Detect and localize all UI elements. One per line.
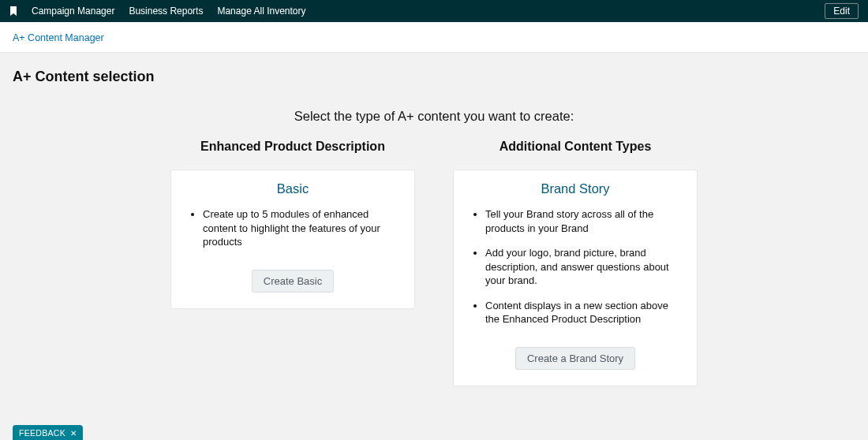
card-bullets-brand-story: Tell your Brand story across all of the … <box>466 207 684 326</box>
breadcrumb-content-manager[interactable]: A+ Content Manager <box>13 32 104 43</box>
topbar: Campaign Manager Business Reports Manage… <box>0 0 868 22</box>
create-brand-story-button[interactable]: Create a Brand Story <box>515 347 635 370</box>
list-item: Tell your Brand story across all of the … <box>485 207 684 235</box>
nav-campaign-manager[interactable]: Campaign Manager <box>32 6 114 17</box>
close-icon[interactable]: ✕ <box>70 429 77 438</box>
edit-button[interactable]: Edit <box>825 3 859 19</box>
content-type-columns: Enhanced Product Description Basic Creat… <box>0 140 868 386</box>
nav-business-reports[interactable]: Business Reports <box>129 6 203 17</box>
topbar-left: Campaign Manager Business Reports Manage… <box>9 6 306 17</box>
column-additional-types: Additional Content Types Brand Story Tel… <box>453 140 698 386</box>
feedback-label: FEEDBACK <box>19 428 65 438</box>
nav-manage-inventory[interactable]: Manage All Inventory <box>217 6 305 17</box>
card-bullets-basic: Create up to 5 modules of enhanced conte… <box>184 207 402 249</box>
card-title-brand-story: Brand Story <box>466 181 684 196</box>
card-title-basic: Basic <box>184 181 402 196</box>
card-brand-story: Brand Story Tell your Brand story across… <box>453 170 698 386</box>
column-header-additional: Additional Content Types <box>453 140 698 154</box>
list-item: Content displays in a new section above … <box>485 299 684 326</box>
column-header-enhanced: Enhanced Product Description <box>170 140 415 154</box>
create-basic-button[interactable]: Create Basic <box>252 270 334 293</box>
breadcrumb-bar: A+ Content Manager <box>0 22 868 53</box>
column-enhanced-product: Enhanced Product Description Basic Creat… <box>170 140 415 386</box>
bookmark-icon[interactable] <box>9 6 17 16</box>
page-title: A+ Content selection <box>0 53 868 85</box>
list-item: Create up to 5 modules of enhanced conte… <box>203 207 402 249</box>
feedback-tab[interactable]: FEEDBACK ✕ <box>13 425 83 440</box>
card-basic: Basic Create up to 5 modules of enhanced… <box>170 170 415 309</box>
list-item: Add your logo, brand picture, brand desc… <box>485 246 684 288</box>
instruction-text: Select the type of A+ content you want t… <box>0 109 868 124</box>
